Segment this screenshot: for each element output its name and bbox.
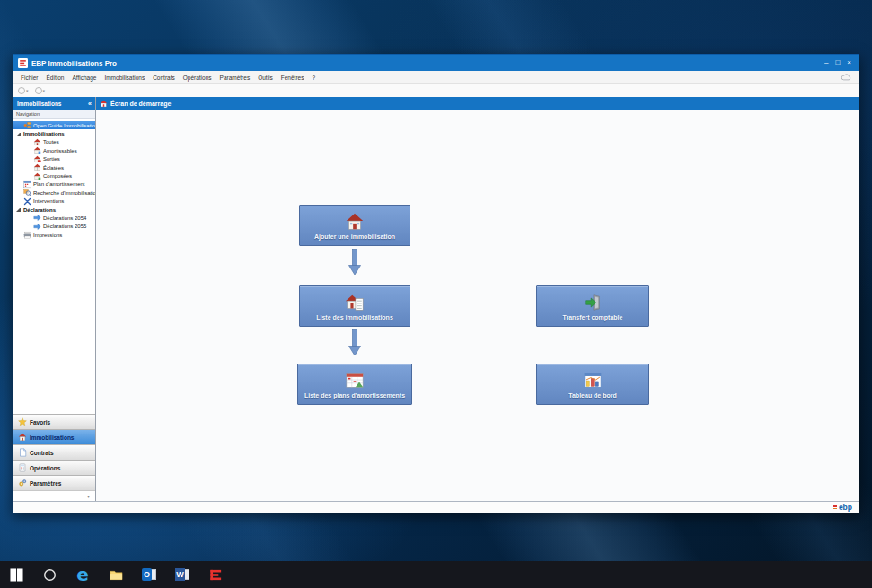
tableau-de-bord-button[interactable]: Tableau de bord <box>536 364 649 405</box>
nav-item-open-guide[interactable]: Open Guide Immobilisations <box>13 121 95 129</box>
nav-item-label: Composées <box>43 173 72 179</box>
ajouter-immobilisation-button[interactable]: Ajouter une immobilisation <box>299 205 410 246</box>
house-composed-icon <box>33 172 41 180</box>
title-bar[interactable]: EBP Immobilisations Pro – □ × <box>13 55 859 71</box>
menu-fichier[interactable]: Fichier <box>21 75 39 81</box>
menu-outils[interactable]: Outils <box>258 75 273 81</box>
expander-icon[interactable] <box>16 207 21 212</box>
forward-dropdown-arrow-icon[interactable]: ▾ <box>43 88 46 93</box>
nav-item-label: Open Guide Immobilisations <box>33 123 95 128</box>
window-title: EBP Immobilisations Pro <box>31 59 821 67</box>
nav-item-impressions[interactable]: Impressions <box>13 231 95 239</box>
file-explorer-icon[interactable] <box>109 567 123 582</box>
more-buttons-arrow-icon[interactable]: ▾ <box>87 493 90 499</box>
house-exit-icon <box>33 155 41 163</box>
nav-item-plan-amortissement[interactable]: Plan d'amortissement <box>13 180 95 189</box>
word-letter: W <box>175 568 185 581</box>
transfert-comptable-button[interactable]: Transfert comptable <box>536 285 649 327</box>
sidebar-header: Immobilisations « <box>13 97 95 110</box>
group-immobilisations[interactable]: Immobilisations <box>13 429 95 444</box>
nav-item-label: Plan d'amortissement <box>33 181 85 187</box>
nav-item-eclatees[interactable]: Éclatées <box>13 163 95 171</box>
nav-item-toutes[interactable]: Toutes <box>13 138 95 146</box>
document-icon <box>18 448 27 457</box>
liste-immobilisations-button[interactable]: Liste des immobilisations <box>299 285 410 327</box>
group-operations[interactable]: Opérations <box>13 460 95 475</box>
navigation-tree: Open Guide Immobilisations Immobilisatio… <box>13 119 95 414</box>
liste-plans-amortissements-button[interactable]: Liste des plans d'amortissements <box>297 364 412 405</box>
flow-down-arrow-icon <box>348 329 362 356</box>
status-bar: ebp <box>13 501 859 513</box>
menu-edition[interactable]: Édition <box>47 75 65 81</box>
outlook-letter: O <box>142 568 152 581</box>
nav-item-declarations-2054[interactable]: Déclarations 2054 <box>13 214 95 222</box>
nav-item-declarations-2055[interactable]: Déclarations 2055 <box>13 223 95 231</box>
menu-affichage[interactable]: Affichage <box>72 75 96 81</box>
group-label: Paramètres <box>30 480 61 487</box>
arrow-right-icon <box>33 214 41 222</box>
calculator-icon <box>18 463 27 472</box>
forward-icon <box>35 87 42 94</box>
main-panel: Écran de démarrage Ajouter une immobilis… <box>96 97 859 501</box>
group-parametres[interactable]: Paramètres <box>13 475 95 490</box>
cloud-sync-icon[interactable] <box>841 74 851 81</box>
button-label: Transfert comptable <box>563 314 623 320</box>
start-button[interactable] <box>9 567 23 582</box>
nav-item-label: Interventions <box>33 198 64 204</box>
nav-item-label: Déclarations 2055 <box>43 224 86 229</box>
navigation-section-label: Navigation <box>13 110 95 119</box>
edge-letter: e <box>76 567 89 582</box>
nav-item-composees[interactable]: Composées <box>13 171 95 180</box>
nav-item-label: Déclarations 2054 <box>43 215 86 221</box>
menu-parametres[interactable]: Paramètres <box>220 75 251 81</box>
maximize-button[interactable]: □ <box>835 58 840 67</box>
back-dropdown-arrow-icon[interactable]: ▾ <box>26 88 29 93</box>
windows-taskbar: e O W <box>0 561 872 588</box>
group-favoris[interactable]: Favoris <box>13 414 95 429</box>
amortization-schedule-icon <box>345 371 365 391</box>
nav-item-interventions[interactable]: Interventions <box>13 197 95 206</box>
nav-group-immobilisations[interactable]: Immobilisations <box>13 129 95 137</box>
group-label: Favoris <box>30 419 50 426</box>
navigation-sidebar: Immobilisations « Navigation Open Guide … <box>13 97 96 501</box>
main-header: Écran de démarrage <box>96 97 859 110</box>
house-amortizable-icon <box>33 146 41 154</box>
house-list-icon <box>345 293 365 312</box>
nav-item-sorties[interactable]: Sorties <box>13 155 95 163</box>
nav-item-amortissables[interactable]: Amortissables <box>13 146 95 154</box>
menu-fenetres[interactable]: Fenêtres <box>281 75 304 81</box>
sidebar-header-label: Immobilisations <box>17 101 61 107</box>
word-icon[interactable]: W <box>175 567 189 582</box>
navigation-toolbar: ▾ ▾ <box>13 84 859 97</box>
house-icon <box>33 138 41 146</box>
outlook-icon[interactable]: O <box>142 567 156 582</box>
app-window: EBP Immobilisations Pro – □ × Fichier Éd… <box>13 54 859 513</box>
nav-item-label: Amortissables <box>43 148 77 154</box>
minimize-button[interactable]: – <box>824 58 828 67</box>
nav-item-recherche[interactable]: Recherche d'immobilisations <box>13 189 95 197</box>
arrow-right-icon <box>33 223 41 231</box>
group-contrats[interactable]: Contrats <box>13 444 95 460</box>
sidebar-collapse-button[interactable]: « <box>88 101 92 107</box>
nav-group-declarations[interactable]: Déclarations <box>13 206 95 214</box>
button-label: Liste des plans d'amortissements <box>304 392 405 399</box>
menu-help[interactable]: ? <box>312 75 315 81</box>
nav-item-label: Déclarations <box>23 207 56 213</box>
expander-icon[interactable] <box>16 132 21 136</box>
nav-item-label: Impressions <box>33 233 62 238</box>
ebp-taskbar-icon[interactable] <box>208 567 223 582</box>
cortana-search-button[interactable] <box>42 567 57 582</box>
edge-browser-icon[interactable]: e <box>75 567 90 582</box>
house-icon <box>18 433 27 442</box>
ebp-logo-text: ebp <box>839 504 852 512</box>
calendar-icon <box>23 180 31 189</box>
menu-contrats[interactable]: Contrats <box>153 75 175 81</box>
nav-item-label: Toutes <box>43 139 59 145</box>
guide-icon <box>23 121 31 129</box>
menu-immobilisations[interactable]: Immobilisations <box>104 75 145 81</box>
back-button[interactable]: ▾ <box>18 87 29 94</box>
button-label: Liste des immobilisations <box>316 314 393 320</box>
forward-button[interactable]: ▾ <box>35 87 46 94</box>
menu-operations[interactable]: Opérations <box>183 75 212 81</box>
close-button[interactable]: × <box>847 58 851 67</box>
